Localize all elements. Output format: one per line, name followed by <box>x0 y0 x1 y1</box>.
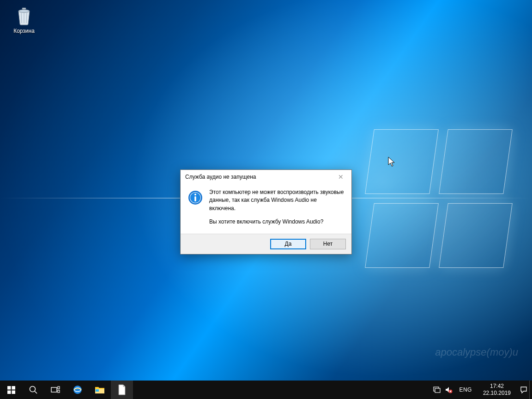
system-tray: ENG 17:42 22.10.2019 <box>429 381 529 399</box>
search-button[interactable] <box>22 381 44 399</box>
search-icon <box>29 385 38 394</box>
close-icon[interactable]: ✕ <box>330 170 351 184</box>
dialog-title: Служба аудио не запущена <box>185 174 256 180</box>
svg-rect-14 <box>58 387 60 389</box>
tray-language[interactable]: ENG <box>457 387 474 393</box>
info-icon <box>188 190 203 205</box>
ie-icon <box>72 384 83 395</box>
svg-rect-15 <box>58 390 60 393</box>
svg-point-5 <box>194 193 196 195</box>
show-desktop-button[interactable] <box>529 381 532 399</box>
svg-rect-6 <box>194 196 196 201</box>
recycle-bin[interactable]: Корзина <box>6 3 42 34</box>
dialog-message-line1: Этот компьютер не может воспроизводить з… <box>209 188 344 212</box>
svg-rect-13 <box>51 387 57 392</box>
audio-service-dialog: Служба аудио не запущена ✕ Этот компьюте… <box>180 169 352 254</box>
start-button[interactable] <box>0 381 22 399</box>
svg-point-0 <box>18 10 30 12</box>
tray-network-icon[interactable] <box>433 386 441 393</box>
tray-action-center-icon[interactable] <box>520 386 527 393</box>
dialog-titlebar[interactable]: Служба аудио не запущена ✕ <box>181 170 351 184</box>
dialog-message-line2: Вы хотите включить службу Windows Audio? <box>209 218 344 226</box>
taskbar-app-notepad[interactable] <box>111 381 133 399</box>
dialog-button-row: Да Нет <box>181 234 351 254</box>
tray-volume-icon[interactable] <box>445 386 453 393</box>
tray-clock[interactable]: 17:42 22.10.2019 <box>478 383 515 397</box>
svg-rect-19 <box>96 389 99 392</box>
taskbar-app-ie[interactable] <box>66 381 89 399</box>
document-icon <box>117 384 127 395</box>
file-explorer-icon <box>95 385 105 394</box>
svg-rect-10 <box>12 390 15 394</box>
no-button[interactable]: Нет <box>310 239 346 249</box>
tray-time: 17:42 <box>483 383 511 390</box>
svg-rect-21 <box>435 388 440 393</box>
recycle-bin-label: Корзина <box>6 28 42 34</box>
svg-rect-9 <box>7 390 11 394</box>
svg-point-11 <box>30 387 36 392</box>
svg-line-12 <box>35 391 37 393</box>
tray-date: 22.10.2019 <box>483 390 511 397</box>
taskbar: ENG 17:42 22.10.2019 <box>0 381 532 399</box>
svg-point-16 <box>73 386 82 394</box>
dialog-message: Этот компьютер не может воспроизводить з… <box>209 188 344 226</box>
yes-button[interactable]: Да <box>270 239 306 249</box>
svg-rect-7 <box>7 386 11 390</box>
watermark-text: apocalypse(moy)u <box>435 346 518 358</box>
recycle-bin-icon <box>13 5 35 27</box>
wallpaper-windows-logo <box>369 129 513 272</box>
svg-rect-8 <box>12 386 15 390</box>
svg-rect-1 <box>22 8 26 9</box>
taskbar-app-explorer[interactable] <box>89 381 111 399</box>
task-view-button[interactable] <box>44 381 66 399</box>
windows-start-icon <box>7 386 15 394</box>
task-view-icon <box>51 386 60 393</box>
